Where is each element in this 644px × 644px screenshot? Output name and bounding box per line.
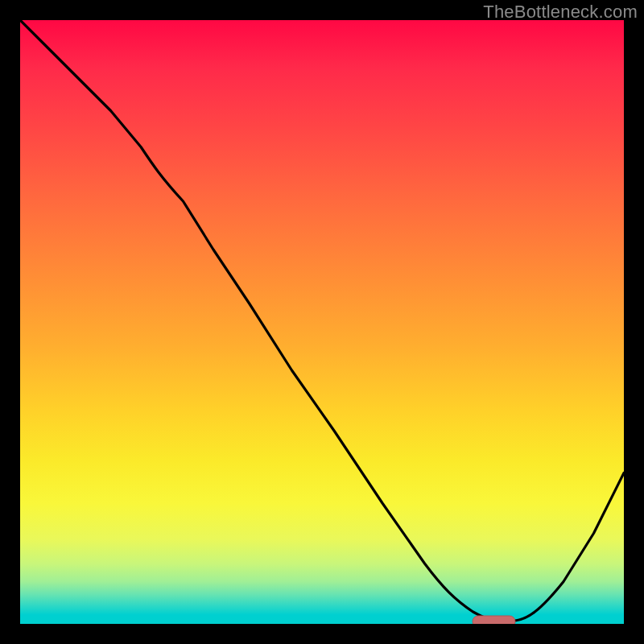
bottleneck-curve [20,20,624,621]
plot-area [20,20,624,624]
optimal-marker [473,616,515,624]
chart-stage: TheBottleneck.com [0,0,644,644]
curve-layer [20,20,624,624]
